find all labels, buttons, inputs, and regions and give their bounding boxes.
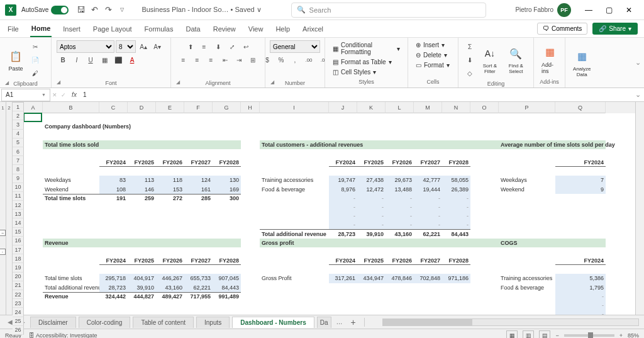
sheet-tab-dashboard-numbers[interactable]: Dashboard - Numbers [232, 317, 314, 328]
font-size-select[interactable]: 8 [116, 40, 136, 53]
cell[interactable]: FY2027 [414, 158, 442, 167]
cell[interactable]: 29,673 [386, 176, 414, 184]
paste-button[interactable]: 📋Paste [5, 47, 26, 73]
cell[interactable]: - [386, 220, 414, 229]
align-bottom-button[interactable]: ⬇ [212, 40, 225, 53]
cell[interactable]: Total time slots sold [43, 140, 241, 149]
user-name[interactable]: Pietro Fabbro [515, 6, 553, 13]
cell[interactable]: 27,438 [357, 176, 386, 184]
format-cells-button[interactable]: ▭Format ▾ [413, 60, 452, 70]
cell[interactable]: FY2026 [386, 158, 414, 167]
cell[interactable]: - [329, 194, 357, 203]
cell[interactable]: 43,160 [156, 283, 184, 292]
orientation-button[interactable]: ⤢ [226, 40, 238, 53]
tab-help[interactable]: Help [274, 21, 291, 37]
row-header[interactable]: 1 [13, 103, 24, 111]
cell[interactable]: 83 [99, 176, 128, 184]
enter-formula-icon[interactable]: ✓ [61, 92, 66, 98]
cell[interactable]: 153 [156, 185, 184, 194]
row-header[interactable]: 2 [13, 111, 24, 120]
cell[interactable]: FY2024 [555, 256, 606, 265]
cell[interactable]: Gross profit [260, 239, 499, 247]
cell[interactable]: - [414, 203, 442, 211]
cell[interactable]: 12,472 [357, 185, 386, 194]
row-header[interactable]: 19 [13, 263, 24, 272]
cell[interactable]: FY2024 [329, 256, 357, 265]
comma-button[interactable]: , [289, 54, 301, 66]
cell[interactable] [499, 310, 555, 315]
row-header[interactable]: 16 [13, 237, 24, 245]
cell[interactable]: - [329, 203, 357, 211]
insert-cells-button[interactable]: ⊕Insert ▾ [413, 40, 447, 50]
column-header[interactable]: B [43, 102, 99, 113]
cell[interactable]: 124 [184, 176, 213, 184]
cell[interactable]: 84,443 [442, 229, 470, 238]
align-right-button[interactable]: ≡ [205, 54, 218, 66]
cell[interactable]: 43,160 [386, 229, 414, 238]
cell[interactable]: FY2027 [184, 158, 213, 167]
sheet-tab-truncated[interactable]: Da [317, 317, 331, 328]
cell[interactable]: - [386, 203, 414, 211]
cell[interactable]: 5,386 [555, 274, 606, 283]
close-button[interactable]: ✕ [619, 0, 639, 20]
percent-button[interactable]: % [275, 54, 287, 66]
page-break-view-button[interactable]: ▤ [539, 330, 550, 339]
format-painter-button[interactable]: 🖌 [29, 67, 42, 79]
cell[interactable] [260, 194, 329, 203]
column-header[interactable]: Q [555, 102, 606, 113]
cell[interactable]: 26,389 [442, 185, 470, 194]
row-header[interactable]: 24 [13, 308, 24, 317]
cell[interactable]: 19,444 [414, 185, 442, 194]
cell[interactable] [499, 301, 555, 310]
autosave-toggle[interactable]: AutoSave [21, 6, 69, 14]
cell[interactable]: FY2025 [357, 256, 386, 265]
cell[interactable]: Revenue [43, 239, 241, 247]
column-header[interactable]: N [442, 102, 470, 113]
cell[interactable]: 39,910 [357, 229, 386, 238]
cell[interactable]: FY2024 [329, 158, 357, 167]
cell[interactable]: 113 [128, 176, 156, 184]
save-icon[interactable]: 🖫 [74, 3, 87, 17]
clear-button[interactable]: ◇ [464, 67, 476, 79]
cell[interactable]: Training accessories [499, 274, 555, 283]
align-top-button[interactable]: ⬆ [184, 40, 197, 53]
font-color-button[interactable]: A [126, 54, 138, 66]
row-header[interactable]: 11 [13, 192, 24, 201]
cell[interactable]: FY2026 [156, 158, 184, 167]
sheet-tab-more[interactable]: … [334, 318, 345, 325]
number-format-select[interactable]: General [270, 40, 320, 53]
cell[interactable]: FY2028 [442, 256, 470, 265]
cell[interactable]: - [386, 194, 414, 203]
row-header[interactable]: 3 [13, 120, 24, 129]
sheet-tab-disclaimer[interactable]: Disclaimer [30, 317, 76, 328]
redo-icon[interactable]: ↷ [101, 3, 115, 17]
currency-button[interactable]: $ [261, 54, 274, 66]
cell[interactable]: 489,427 [156, 292, 184, 301]
font-launcher-icon[interactable]: ◢ [57, 79, 168, 85]
cell[interactable] [499, 292, 555, 301]
cell[interactable]: 13,488 [386, 185, 414, 194]
cell[interactable]: 317,261 [329, 274, 357, 283]
cell[interactable]: FY2024 [99, 158, 128, 167]
tab-arixcel[interactable]: Arixcel [301, 21, 325, 37]
cell[interactable]: 259 [128, 194, 156, 203]
row-header[interactable]: 26 [13, 326, 24, 335]
copy-button[interactable]: 📄 [29, 54, 42, 66]
minimize-button[interactable]: — [579, 0, 599, 20]
conditional-formatting-button[interactable]: ▦Conditional Formatting ▾ [330, 40, 402, 57]
bold-button[interactable]: B [57, 54, 69, 66]
find-select-button[interactable]: 🔍Find & Select [504, 44, 528, 76]
cut-button[interactable]: ✂ [29, 40, 42, 53]
row-header[interactable]: 10 [13, 183, 24, 192]
cell[interactable]: - [414, 220, 442, 229]
cell[interactable]: - [555, 292, 606, 301]
outline-level-2[interactable]: 2 [6, 102, 12, 113]
comments-button[interactable]: 🗨Comments [537, 23, 587, 35]
merge-button[interactable]: ⊞ [247, 54, 259, 66]
cell[interactable] [260, 203, 329, 211]
cell[interactable]: FY2028 [213, 158, 241, 167]
zoom-out-button[interactable]: − [555, 332, 558, 339]
sheet-tab-inputs[interactable]: Inputs [196, 317, 230, 328]
undo-icon[interactable]: ↶ [87, 3, 101, 17]
cell[interactable]: - [442, 203, 470, 211]
